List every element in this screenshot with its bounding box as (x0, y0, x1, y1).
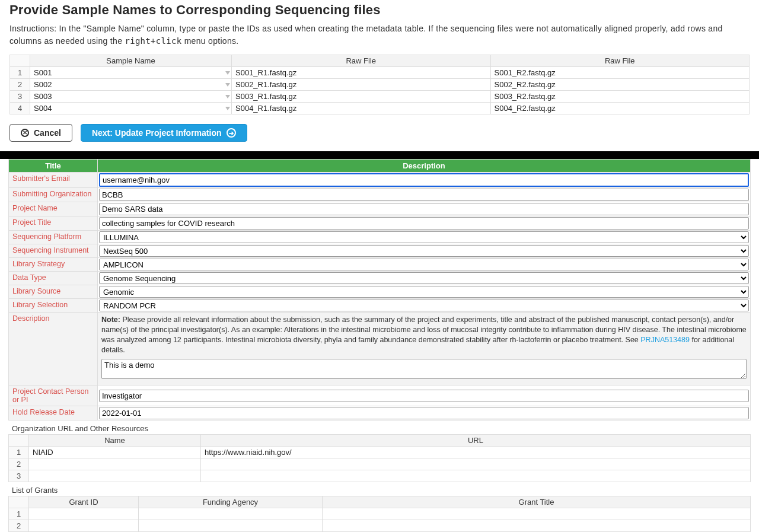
page-title: Provide Sample Names to Corresponding Se… (9, 2, 750, 18)
org-field[interactable] (99, 189, 749, 201)
email-field[interactable] (99, 173, 749, 187)
org-resources-heading: Organization URL and Other Resources (12, 424, 751, 433)
divider (0, 151, 759, 159)
description-textarea[interactable]: This is a demo (101, 359, 747, 379)
label-contact: Project Contact Person or PI (9, 386, 98, 406)
org-table[interactable]: Name URL 1NIAIDhttps://www.niaid.nih.gov… (8, 434, 751, 482)
label-pname: Project Name (9, 202, 98, 216)
label-instrument: Sequencing Instrument (9, 244, 98, 258)
cancel-label: Cancel (34, 128, 61, 138)
label-platform: Sequencing Platform (9, 231, 98, 244)
table-row[interactable]: 4 S004 S004_R1.fastq.gz S004_R2.fastq.gz (10, 103, 750, 114)
source-select[interactable]: Genomic (99, 286, 749, 298)
table-row[interactable]: 2 (9, 520, 751, 532)
col-raw1: Raw File (232, 55, 491, 67)
grants-table[interactable]: Grant ID Funding Agency Grant Title 1 2 … (8, 496, 751, 532)
table-row[interactable]: 3 (9, 470, 751, 482)
project-title-field[interactable] (99, 217, 749, 230)
sample-table[interactable]: Sample Name Raw File Raw File 1 S001 S00… (9, 55, 750, 114)
instructions: Instructions: In the "Sample Name" colum… (9, 23, 750, 47)
arrow-right-icon: ➔ (227, 128, 236, 138)
table-row[interactable]: 3 S003 S003_R1.fastq.gz S003_R2.fastq.gz (10, 91, 750, 103)
label-email: Submitter's Email (9, 173, 98, 188)
description-note: Note: Please provide all relevant inform… (98, 313, 750, 385)
label-selection: Library Selection (9, 299, 98, 313)
instrument-select[interactable]: NextSeq 500 (99, 245, 749, 257)
label-desc: Description (9, 313, 98, 386)
drag-handle-icon[interactable] (225, 95, 230, 98)
strategy-select[interactable]: AMPLICON (99, 259, 749, 270)
label-source: Library Source (9, 285, 98, 299)
table-row[interactable]: 2 S002 S002_R1.fastq.gz S002_R2.fastq.gz (10, 79, 750, 91)
selection-select[interactable]: RANDOM PCR (99, 300, 749, 311)
head-desc: Description (98, 160, 751, 173)
project-form: Title Description Submitter's Email Subm… (8, 159, 751, 420)
col-raw2: Raw File (490, 55, 750, 67)
drag-handle-icon[interactable] (225, 71, 230, 75)
next-label: Next: Update Project Information (92, 128, 222, 138)
col-sample: Sample Name (30, 55, 232, 67)
next-button[interactable]: Next: Update Project Information ➔ (81, 124, 247, 142)
datatype-select[interactable]: Genome Sequencing (99, 272, 749, 284)
table-row[interactable]: 2 (9, 458, 751, 470)
instructions-pre: Instructions: In the "Sample Name" colum… (9, 24, 723, 46)
label-strategy: Library Strategy (9, 258, 98, 272)
table-row[interactable]: 1NIAIDhttps://www.niaid.nih.gov/ (9, 447, 751, 458)
hold-date-field[interactable] (99, 407, 749, 419)
prjna-link[interactable]: PRJNA513489 (640, 336, 690, 344)
head-title: Title (9, 160, 98, 173)
table-row[interactable]: 1 (9, 508, 751, 520)
drag-handle-icon[interactable] (225, 83, 230, 87)
label-ptitle: Project Title (9, 216, 98, 231)
drag-handle-icon[interactable] (225, 107, 230, 110)
label-hold: Hold Release Date (9, 406, 98, 420)
label-org: Submitting Organization (9, 188, 98, 202)
contact-field[interactable] (99, 390, 749, 402)
project-name-field[interactable] (99, 203, 749, 215)
instructions-post: menu options. (181, 36, 238, 46)
grants-heading: List of Grants (12, 486, 751, 495)
platform-select[interactable]: ILLUMINA (99, 231, 749, 243)
close-icon: ✕ (21, 129, 29, 137)
cancel-button[interactable]: ✕ Cancel (9, 124, 72, 142)
label-dtype: Data Type (9, 272, 98, 285)
instructions-code: right+click (125, 36, 181, 46)
table-row[interactable]: 1 S001 S001_R1.fastq.gz S001_R2.fastq.gz (10, 67, 750, 79)
